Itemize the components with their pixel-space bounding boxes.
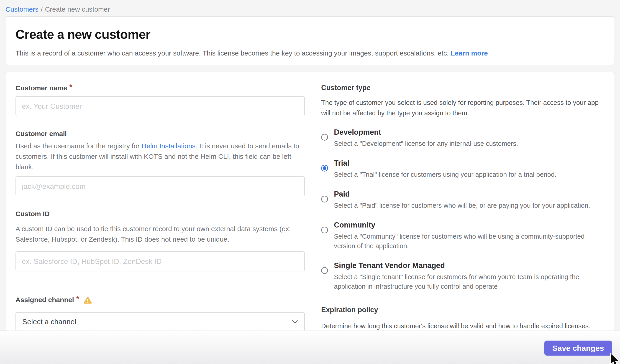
create-customer-form-card: Customer name * Customer email Used as t… xyxy=(5,72,615,343)
helm-installations-link[interactable]: Helm Installations xyxy=(142,142,196,150)
option-description: Select a "Development" license for any i… xyxy=(334,139,604,148)
option-description: Select a "Single tenant" license for cus… xyxy=(334,272,604,291)
customer-type-heading: Customer type xyxy=(321,84,604,92)
breadcrumb-current: Create new customer xyxy=(45,5,110,13)
page-header-card: Create a new customer This is a record o… xyxy=(5,16,615,65)
customer-type-option-single-tenant[interactable]: Single Tenant Vendor Managed Select a "S… xyxy=(321,261,604,291)
customer-email-input[interactable] xyxy=(16,176,305,196)
customer-type-option-paid[interactable]: Paid Select a "Paid" license for custome… xyxy=(321,190,604,210)
page-title: Create a new customer xyxy=(16,27,604,42)
customer-type-option-trial[interactable]: Trial Select a "Trial" license for custo… xyxy=(321,159,604,179)
radio-trial[interactable] xyxy=(321,165,328,172)
required-asterisk: * xyxy=(76,295,79,303)
option-title: Development xyxy=(334,128,604,136)
radio-community[interactable] xyxy=(321,227,328,233)
form-footer-bar: Save changes xyxy=(0,331,620,364)
assigned-channel-label-text: Assigned channel xyxy=(16,296,74,304)
chevron-down-icon xyxy=(292,320,298,323)
save-changes-button[interactable]: Save changes xyxy=(544,341,612,356)
page-description-text: This is a record of a customer who can a… xyxy=(16,49,449,57)
learn-more-link[interactable]: Learn more xyxy=(450,49,488,57)
option-description: Select a "Community" license for custome… xyxy=(334,232,604,251)
customer-email-help: Used as the username for the registry fo… xyxy=(16,141,305,172)
form-right-column: Customer type The type of customer you s… xyxy=(321,84,604,342)
assigned-channel-label: Assigned channel * xyxy=(16,295,305,304)
breadcrumb-separator: / xyxy=(41,5,43,13)
assigned-channel-select[interactable]: Select a channel xyxy=(16,312,305,331)
assigned-channel-field: Assigned channel * Select a channel xyxy=(16,295,305,331)
custom-id-field: Custom ID A custom ID can be used to tie… xyxy=(16,210,305,271)
customer-email-field: Customer email Used as the username for … xyxy=(16,130,305,196)
radio-paid[interactable] xyxy=(321,196,328,203)
option-title: Trial xyxy=(334,159,604,167)
page-description: This is a record of a customer who can a… xyxy=(16,49,604,57)
required-asterisk: * xyxy=(69,83,72,91)
expiration-policy-heading: Expiration policy xyxy=(321,306,604,314)
option-description: Select a "Paid" license for customers wh… xyxy=(334,201,604,210)
radio-single-tenant[interactable] xyxy=(321,267,328,274)
option-description: Select a "Trial" license for customers u… xyxy=(334,170,604,179)
customer-name-field: Customer name * xyxy=(16,84,305,116)
customer-type-description: The type of customer you select is used … xyxy=(321,97,604,118)
customer-name-label-text: Customer name xyxy=(16,84,67,92)
expiration-policy-section: Expiration policy Determine how long thi… xyxy=(321,306,604,331)
customer-name-input[interactable] xyxy=(16,96,305,116)
customer-email-label-text: Customer email xyxy=(16,130,67,138)
warning-icon xyxy=(83,296,92,304)
breadcrumb: Customers/Create new customer xyxy=(0,0,620,16)
custom-id-help: A custom ID can be used to tie this cust… xyxy=(16,224,305,245)
customer-email-label: Customer email xyxy=(16,130,305,138)
customer-name-label: Customer name * xyxy=(16,84,305,92)
custom-id-label-text: Custom ID xyxy=(16,210,50,218)
option-title: Single Tenant Vendor Managed xyxy=(334,261,604,270)
radio-development[interactable] xyxy=(321,134,328,141)
expiration-policy-description: Determine how long this customer's licen… xyxy=(321,321,604,331)
customer-type-option-community[interactable]: Community Select a "Community" license f… xyxy=(321,221,604,251)
form-left-column: Customer name * Customer email Used as t… xyxy=(16,84,305,342)
customer-email-help-before: Used as the username for the registry fo… xyxy=(16,142,142,150)
option-title: Paid xyxy=(334,190,604,198)
custom-id-label: Custom ID xyxy=(16,210,305,218)
breadcrumb-link-customers[interactable]: Customers xyxy=(5,5,38,13)
option-title: Community xyxy=(334,221,604,229)
customer-type-options: Development Select a "Development" licen… xyxy=(321,128,604,291)
assigned-channel-selected-value: Select a channel xyxy=(22,318,76,326)
customer-type-option-development[interactable]: Development Select a "Development" licen… xyxy=(321,128,604,148)
custom-id-input[interactable] xyxy=(16,251,305,271)
